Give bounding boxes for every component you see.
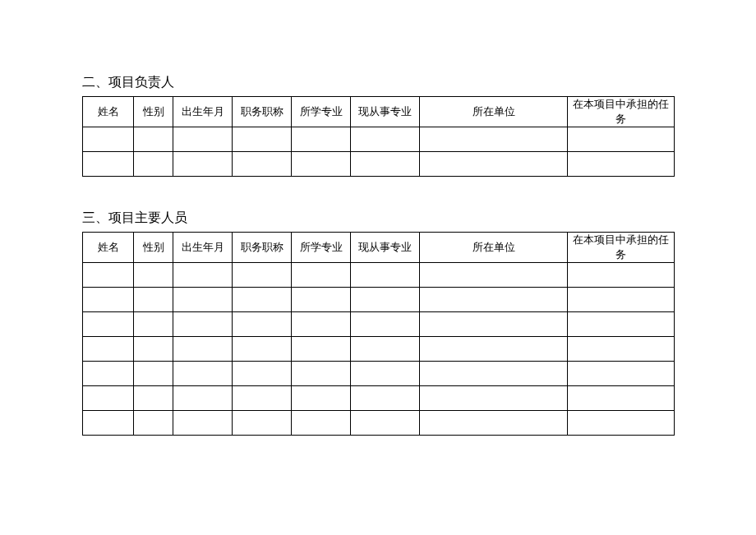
cell	[83, 337, 134, 362]
table-header-row: 姓名 性别 出生年月 职务职称 所学专业 现从事专业 所在单位 在本项目中承担的…	[83, 233, 675, 263]
cell	[351, 312, 420, 337]
cell	[173, 127, 233, 152]
table-project-members: 姓名 性别 出生年月 职务职称 所学专业 现从事专业 所在单位 在本项目中承担的…	[82, 232, 675, 436]
cell	[420, 337, 568, 362]
cell	[292, 312, 351, 337]
cell	[233, 362, 292, 386]
cell	[233, 337, 292, 362]
table-row	[83, 127, 675, 152]
cell	[173, 152, 233, 177]
table-row	[83, 288, 675, 312]
cell	[568, 386, 675, 411]
header-task: 在本项目中承担的任务	[568, 97, 675, 127]
section-project-members: 三、项目主要人员 姓名 性别 出生年月 职务职称 所学专业 现从事专业 所在单位…	[82, 210, 674, 436]
cell	[568, 127, 675, 152]
table-row	[83, 263, 675, 288]
header-birth: 出生年月	[173, 233, 233, 263]
cell	[134, 312, 173, 337]
header-title: 职务职称	[233, 97, 292, 127]
cell	[173, 386, 233, 411]
cell	[134, 127, 173, 152]
cell	[134, 152, 173, 177]
section-title-1: 二、项目负责人	[82, 74, 674, 91]
cell	[233, 263, 292, 288]
cell	[292, 362, 351, 386]
cell	[83, 152, 134, 177]
cell	[420, 386, 568, 411]
cell	[420, 411, 568, 436]
cell	[420, 362, 568, 386]
cell	[233, 127, 292, 152]
table-row	[83, 152, 675, 177]
cell	[351, 288, 420, 312]
cell	[233, 386, 292, 411]
cell	[134, 411, 173, 436]
cell	[233, 411, 292, 436]
cell	[233, 152, 292, 177]
header-gender: 性别	[134, 233, 173, 263]
cell	[292, 127, 351, 152]
cell	[83, 312, 134, 337]
header-title: 职务职称	[233, 233, 292, 263]
cell	[83, 263, 134, 288]
cell	[351, 337, 420, 362]
cell	[568, 263, 675, 288]
table-row	[83, 362, 675, 386]
header-gender: 性别	[134, 97, 173, 127]
header-current: 现从事专业	[351, 233, 420, 263]
section-title-2: 三、项目主要人员	[82, 210, 674, 227]
cell	[173, 411, 233, 436]
table-row	[83, 337, 675, 362]
cell	[351, 411, 420, 436]
cell	[83, 127, 134, 152]
cell	[292, 411, 351, 436]
cell	[83, 386, 134, 411]
cell	[134, 288, 173, 312]
cell	[292, 263, 351, 288]
table-row	[83, 312, 675, 337]
table-project-leader: 姓名 性别 出生年月 职务职称 所学专业 现从事专业 所在单位 在本项目中承担的…	[82, 96, 675, 177]
cell	[351, 263, 420, 288]
cell	[568, 288, 675, 312]
header-name: 姓名	[83, 233, 134, 263]
cell	[351, 362, 420, 386]
cell	[83, 288, 134, 312]
header-task: 在本项目中承担的任务	[568, 233, 675, 263]
cell	[83, 411, 134, 436]
cell	[134, 386, 173, 411]
cell	[420, 288, 568, 312]
cell	[173, 362, 233, 386]
cell	[233, 288, 292, 312]
cell	[233, 312, 292, 337]
cell	[292, 337, 351, 362]
cell	[420, 263, 568, 288]
cell	[134, 362, 173, 386]
cell	[173, 263, 233, 288]
cell	[351, 152, 420, 177]
cell	[292, 288, 351, 312]
cell	[568, 312, 675, 337]
cell	[134, 263, 173, 288]
header-current: 现从事专业	[351, 97, 420, 127]
cell	[568, 362, 675, 386]
cell	[351, 127, 420, 152]
cell	[134, 337, 173, 362]
header-major: 所学专业	[292, 97, 351, 127]
cell	[351, 386, 420, 411]
cell	[83, 362, 134, 386]
header-birth: 出生年月	[173, 97, 233, 127]
cell	[420, 127, 568, 152]
cell	[568, 411, 675, 436]
cell	[292, 152, 351, 177]
cell	[173, 288, 233, 312]
table-row	[83, 411, 675, 436]
table-header-row: 姓名 性别 出生年月 职务职称 所学专业 现从事专业 所在单位 在本项目中承担的…	[83, 97, 675, 127]
cell	[292, 386, 351, 411]
section-project-leader: 二、项目负责人 姓名 性别 出生年月 职务职称 所学专业 现从事专业 所在单位 …	[82, 74, 674, 177]
header-org: 所在单位	[420, 233, 568, 263]
header-major: 所学专业	[292, 233, 351, 263]
header-name: 姓名	[83, 97, 134, 127]
cell	[173, 337, 233, 362]
table-row	[83, 386, 675, 411]
cell	[420, 152, 568, 177]
